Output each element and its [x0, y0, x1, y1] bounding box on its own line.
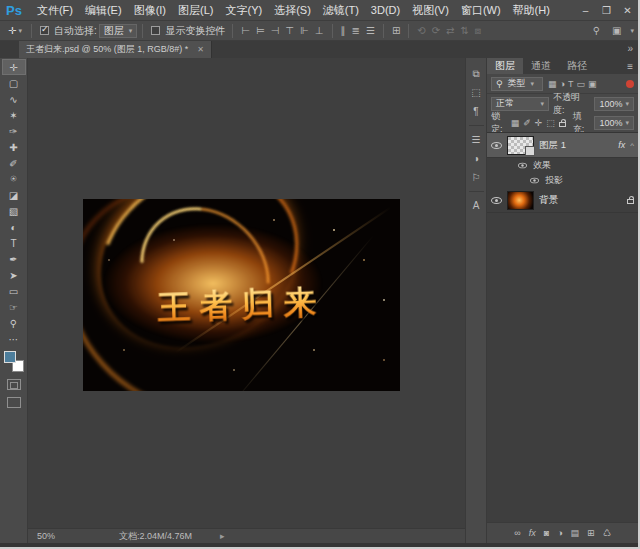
visibility-eye-icon[interactable] [491, 142, 502, 149]
path-select-tool[interactable]: ➤ [2, 267, 26, 283]
eyedropper-tool[interactable]: ✑ [2, 123, 26, 139]
gradient-tool[interactable]: ▧ [2, 203, 26, 219]
hand-tool[interactable]: ☞ [2, 299, 26, 315]
move-tool[interactable]: ✛ [2, 59, 26, 75]
delete-layer-icon[interactable]: ♺ [603, 528, 611, 538]
background-thumbnail[interactable] [507, 191, 534, 210]
tab-close-icon[interactable]: ✕ [197, 45, 204, 54]
lock-position-icon[interactable]: ✛ [535, 118, 543, 128]
color-panel-icon[interactable]: ◑ [466, 149, 486, 168]
menu-select[interactable]: 选择(S) [268, 3, 317, 18]
blend-mode-dropdown[interactable]: 正常 ▾ [491, 97, 549, 111]
healing-brush-tool[interactable]: ✚ [2, 139, 26, 155]
3d-slide-icon[interactable]: ⇅ [457, 25, 471, 36]
visibility-eye-icon[interactable] [518, 163, 527, 169]
menu-help[interactable]: 帮助(H) [507, 3, 556, 18]
filter-kind-dropdown[interactable]: ⚲ 类型 ▾ [491, 77, 543, 91]
minimize-button[interactable]: – [575, 5, 596, 16]
lock-pixels-icon[interactable]: ✐ [523, 118, 531, 128]
3d-rotate-icon[interactable]: ⟲ [414, 25, 428, 36]
adjustments-panel-icon[interactable]: ☰ [466, 130, 486, 149]
show-transform-checkbox[interactable] [151, 26, 160, 35]
filter-adjustment-icon[interactable]: ◑ [560, 79, 565, 89]
lasso-tool[interactable]: ∿ [2, 91, 26, 107]
layer-mask-icon[interactable]: ◙ [544, 528, 549, 538]
search-icon[interactable]: ⚲ [590, 25, 603, 36]
align-left-icon[interactable]: ⊢ [238, 25, 253, 36]
drop-shadow-row[interactable]: 投影 [487, 173, 638, 188]
artwork-image[interactable]: 王者归来 [83, 199, 400, 391]
lock-transparent-icon[interactable]: ▦ [511, 118, 520, 128]
tab-paths[interactable]: 路径 [559, 58, 595, 74]
layer-row-layer1[interactable]: 图层 1 fx ^ [487, 133, 638, 158]
paragraph-panel-icon[interactable]: ¶ [466, 102, 486, 121]
align-bottom-icon[interactable]: ⊥ [312, 25, 327, 36]
filter-pixel-icon[interactable]: ▦ [548, 79, 557, 89]
menu-view[interactable]: 视图(V) [406, 3, 455, 18]
zoom-tool[interactable]: ⚲ [2, 315, 26, 331]
new-layer-icon[interactable]: ⊞ [587, 528, 595, 538]
3d-drag-icon[interactable]: ⇄ [443, 25, 457, 36]
adjustment-layer-icon[interactable]: ◑ [557, 528, 562, 538]
dodge-tool[interactable]: ◐ [2, 219, 26, 235]
3d-roll-icon[interactable]: ⟳ [429, 25, 443, 36]
zoom-level-field[interactable]: 50% [37, 531, 83, 541]
menu-layer[interactable]: 图层(L) [172, 3, 219, 18]
type-tool[interactable]: T [2, 235, 26, 251]
workspace-switcher-icon[interactable]: ▣ [609, 25, 624, 36]
layer-row-background[interactable]: 背景 [487, 188, 638, 213]
menu-image[interactable]: 图像(I) [128, 3, 172, 18]
distribute-spacing-icon[interactable]: ⊞ [389, 25, 403, 36]
shape-tool[interactable]: ▭ [2, 283, 26, 299]
menu-type[interactable]: 文字(Y) [219, 3, 268, 18]
menu-3d[interactable]: 3D(D) [365, 4, 406, 16]
visibility-eye-icon[interactable] [530, 178, 539, 184]
align-center-v-icon[interactable]: ⊩ [297, 25, 312, 36]
edit-toolbar-icon[interactable]: ⋯ [2, 331, 26, 347]
magic-wand-tool[interactable]: ✶ [2, 107, 26, 123]
distribute-center-icon[interactable]: ≣ [349, 25, 363, 36]
effects-row[interactable]: 效果 [487, 158, 638, 173]
tab-layers[interactable]: 图层 [487, 58, 523, 74]
rect-marquee-tool[interactable]: ▢ [2, 75, 26, 91]
menu-edit[interactable]: 编辑(E) [79, 3, 128, 18]
link-layers-icon[interactable]: ∞ [514, 528, 520, 538]
filter-toggle-icon[interactable] [626, 80, 634, 88]
panel-menu-icon[interactable]: ≡ [622, 58, 638, 74]
visibility-eye-icon[interactable] [491, 197, 502, 204]
distribute-bottom-icon[interactable]: ☰ [363, 25, 378, 36]
fx-collapse-icon[interactable]: ^ [630, 141, 634, 150]
clone-stamp-tool[interactable]: ⍟ [2, 171, 26, 187]
layer-style-icon[interactable]: fx [529, 528, 536, 538]
filter-smart-icon[interactable]: ▣ [588, 79, 597, 89]
layer-fx-badge[interactable]: fx [618, 140, 625, 150]
3d-scale-icon[interactable]: ⧈ [472, 25, 484, 37]
collapse-panels-icon[interactable]: » [627, 43, 633, 54]
current-tool-preset[interactable]: ✛ ▾ [4, 25, 26, 36]
screen-mode-button[interactable] [7, 397, 21, 408]
auto-select-dropdown[interactable]: 图层 ▾ [99, 24, 138, 38]
glyphs-panel-icon[interactable]: A [466, 196, 486, 215]
align-right-icon[interactable]: ⊣ [268, 25, 283, 36]
new-group-icon[interactable]: ▤ [571, 528, 580, 538]
menu-window[interactable]: 窗口(W) [455, 3, 507, 18]
status-options-caret[interactable]: ▸ [220, 531, 225, 541]
layer1-thumbnail[interactable] [507, 136, 534, 155]
filter-shape-icon[interactable]: ▭ [576, 79, 585, 89]
filter-type-icon[interactable]: T [568, 79, 574, 89]
tab-channels[interactable]: 通道 [523, 58, 559, 74]
lock-artboard-icon[interactable]: ⬚ [546, 118, 555, 128]
lock-all-icon[interactable] [559, 122, 566, 127]
quick-mask-button[interactable] [7, 379, 21, 390]
pen-tool[interactable]: ✒ [2, 251, 26, 267]
properties-panel-icon[interactable]: ⬚ [466, 83, 486, 102]
opacity-dropdown[interactable]: 100% ▾ [594, 97, 634, 111]
menu-file[interactable]: 文件(F) [31, 3, 79, 18]
close-button[interactable]: ✕ [617, 5, 638, 16]
libraries-panel-icon[interactable]: ⧉ [466, 64, 486, 83]
auto-select-checkbox[interactable] [40, 26, 49, 35]
maximize-button[interactable]: ❐ [596, 5, 617, 16]
align-center-h-icon[interactable]: ⊨ [253, 25, 268, 36]
canvas-area[interactable]: 王者归来 [28, 58, 465, 528]
fill-dropdown[interactable]: 100% ▾ [594, 116, 634, 130]
